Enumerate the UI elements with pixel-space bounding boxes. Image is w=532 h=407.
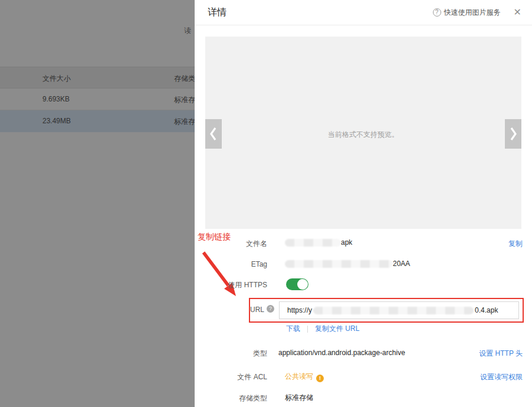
redacted-filename xyxy=(285,239,341,247)
etag-label: ETag xyxy=(195,260,267,268)
storage-type-value: 标准存储 xyxy=(285,393,313,403)
panel-header: 详情 ? 快速使用图片服务 ✕ xyxy=(195,0,532,25)
divider xyxy=(307,326,308,333)
close-icon[interactable]: ✕ xyxy=(509,7,521,18)
toggle-knob xyxy=(297,279,308,290)
panel-title: 详情 xyxy=(208,6,226,19)
preview-unsupported-message: 当前格式不支持预览。 xyxy=(205,130,521,140)
screen: 读 文件大小 存储类型 9.693KB 标准存储 23.49MB 标准存储 详情… xyxy=(0,0,532,407)
question-circle-icon: ? xyxy=(433,8,441,17)
storage-type-label: 存储类型 xyxy=(195,393,267,403)
redacted-etag xyxy=(285,260,393,268)
copy-filename-link[interactable]: 复制 xyxy=(508,239,523,249)
next-file-button[interactable] xyxy=(505,119,521,149)
copy-file-url-link[interactable]: 复制文件 URL xyxy=(315,324,359,334)
set-http-header-link[interactable]: 设置 HTTP 头 xyxy=(479,349,523,359)
redacted-url xyxy=(313,307,474,314)
chevron-left-icon xyxy=(208,125,219,143)
set-acl-link[interactable]: 设置读写权限 xyxy=(480,372,523,382)
type-value: application/vnd.android.package-archive xyxy=(278,349,405,357)
quick-image-service-label: 快速使用图片服务 xyxy=(444,8,501,18)
previous-file-button[interactable] xyxy=(205,119,222,149)
detail-panel: 详情 ? 快速使用图片服务 ✕ 当前格式不支持预览。 xyxy=(195,0,532,407)
url-input[interactable]: https://y0.4.apk xyxy=(279,301,519,319)
download-link[interactable]: 下载 xyxy=(286,324,300,334)
https-toggle[interactable] xyxy=(286,278,308,290)
warning-icon: ! xyxy=(316,375,324,382)
use-https-label: 使用 HTTPS xyxy=(195,280,267,290)
filename-value: apk xyxy=(285,238,352,247)
url-help-icon[interactable]: ? xyxy=(267,305,274,313)
file-preview-area: 当前格式不支持预览。 xyxy=(205,37,521,229)
type-label: 类型 xyxy=(195,349,267,359)
file-acl-label: 文件 ACL xyxy=(195,372,267,382)
annotation-arrow-icon xyxy=(199,250,241,301)
quick-image-service-link[interactable]: ? 快速使用图片服务 xyxy=(433,8,501,18)
etag-value: 20AA xyxy=(285,260,410,268)
acl-value: 公共读写! xyxy=(285,372,324,382)
filename-label: 文件名 xyxy=(195,239,267,249)
chevron-right-icon xyxy=(508,125,518,143)
url-actions: 下载 复制文件 URL xyxy=(286,324,359,334)
url-label: URL xyxy=(195,306,264,314)
